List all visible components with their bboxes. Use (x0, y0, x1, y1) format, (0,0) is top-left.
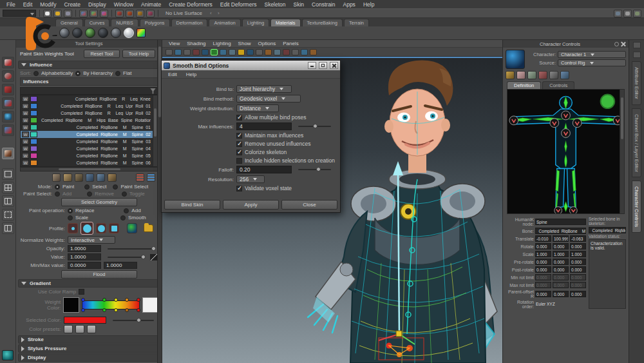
weight-lock-toggle[interactable]: W (22, 110, 29, 116)
vp-motion-blur-icon[interactable] (265, 49, 272, 55)
paint-mode-icon[interactable] (52, 173, 61, 182)
weight-color-ramp[interactable] (82, 300, 140, 309)
tab-controls[interactable]: Controls (542, 81, 574, 89)
influence-row[interactable]: W _Completed_RigBone__M__Spine_03 (21, 138, 157, 145)
shelf-tab-nurbs[interactable]: NURBS (111, 19, 138, 26)
menu-create[interactable]: Create (60, 1, 84, 8)
allow-multiple-bind-poses-checkbox[interactable] (236, 115, 242, 121)
weight-lock-toggle[interactable]: W (22, 103, 29, 109)
vp-menu-view[interactable]: View (166, 41, 183, 46)
menu-edit[interactable]: Edit (19, 1, 37, 8)
paint-select-toggle-radio[interactable] (122, 191, 127, 197)
weight-lock-toggle[interactable]: W (22, 117, 29, 123)
figure-scrollbar[interactable] (620, 90, 624, 213)
value-field[interactable]: 1.0000 (68, 253, 101, 260)
tab-character-controls[interactable]: Character Controls (632, 181, 641, 233)
maintain-max-influences-checkbox[interactable] (236, 133, 242, 139)
remove-unused-influences-checkbox[interactable] (236, 141, 242, 147)
menu-skin[interactable]: Skin (290, 1, 308, 8)
ramp-marker-green-b[interactable] (102, 308, 106, 312)
color-preset-3[interactable] (87, 325, 96, 333)
vp-grid-icon[interactable] (184, 49, 191, 55)
vp-lights-icon[interactable] (238, 49, 245, 55)
translate-y-field[interactable]: 100.999 (553, 235, 569, 242)
dialog-titlebar[interactable]: Smooth Bind Options (162, 61, 340, 70)
vp-camera-icon[interactable] (166, 49, 173, 55)
reset-tool-button[interactable]: Reset Tool (84, 50, 119, 58)
op-scale-radio[interactable] (68, 215, 73, 221)
max-influences-field[interactable]: 4 (236, 123, 292, 130)
ramp-marker-red[interactable] (137, 298, 140, 302)
vp-bookmark-icon[interactable] (175, 49, 182, 55)
workspace-icon[interactable] (614, 10, 622, 17)
vp-shadows-icon[interactable] (247, 49, 254, 55)
paint-select-tool-icon[interactable] (2, 84, 14, 95)
min-value-field[interactable]: 0.0000 (68, 262, 101, 269)
panel-config-icon[interactable] (633, 10, 641, 17)
status-collapse-right-icon[interactable]: › (216, 10, 222, 17)
use-color-ramp-checkbox[interactable] (79, 289, 84, 295)
parent-offset-z-field[interactable]: 0.000 (570, 291, 586, 297)
mode-paint-select-radio[interactable] (113, 184, 118, 190)
shelf-tab-texturebaking[interactable]: TextureBaking (302, 19, 343, 26)
ramp-marker-orange-b[interactable] (125, 308, 129, 312)
shelf-item-sphere-icon[interactable] (59, 28, 70, 38)
ramp-marker-orange[interactable] (125, 298, 129, 302)
close-button[interactable]: Close (281, 200, 337, 210)
bind-method-dropdown[interactable]: Geodesic voxel (236, 95, 301, 103)
brush-profile-solid-icon[interactable] (80, 222, 93, 235)
save-scene-icon[interactable] (64, 10, 72, 17)
status-collapse-left-icon[interactable]: ‹ (208, 10, 214, 17)
menu-help[interactable]: Help (359, 1, 378, 8)
stylus-pressure-section-header[interactable]: Stylus Pressure (18, 344, 160, 353)
shelf-item-material-icon[interactable] (72, 28, 82, 38)
parent-offset-x-field[interactable]: 0.000 (535, 291, 551, 297)
parent-offset-y-field[interactable]: 0.000 (553, 291, 569, 297)
shelf-item-ramp-icon[interactable] (137, 28, 146, 37)
vp-resolution-gate-icon[interactable] (202, 49, 209, 55)
paint-skin-weights-tool-icon[interactable] (2, 148, 14, 159)
max-influences-slider[interactable] (298, 126, 331, 127)
bind-skin-button[interactable]: Bind Skin (164, 200, 220, 210)
hik-start-icon[interactable] (506, 71, 515, 79)
shelf-tab-curves[interactable]: Curves (84, 19, 110, 26)
menu-create-deformers[interactable]: Create Deformers (165, 1, 216, 8)
flood-button[interactable]: Flood (61, 270, 137, 279)
influence-row[interactable]: W _Completed_RigBone__M__Spine_06 (21, 159, 157, 166)
mode-select-radio[interactable] (84, 184, 90, 190)
influence-row[interactable]: W _Completed_RigBone__M__Hips_Base_Spine… (21, 117, 157, 124)
colorize-skeleton-checkbox[interactable] (236, 150, 242, 155)
source-dropdown[interactable]: Control Rig (558, 59, 626, 66)
pre-rotate-z-field[interactable]: 0.000 (570, 259, 586, 265)
shelf-item-shader-icon[interactable] (98, 28, 108, 38)
scale-y-field[interactable]: 1.000 (553, 251, 569, 257)
ipr-render-icon[interactable] (136, 10, 144, 17)
dialog-menu-help[interactable]: Help (183, 72, 200, 77)
influence-list-scrollbar[interactable] (153, 95, 157, 166)
validate-voxel-state-checkbox[interactable] (236, 186, 242, 191)
pre-rotate-y-field[interactable]: 0.000 (553, 259, 569, 265)
bind-to-dropdown[interactable]: Joint hierarchy (236, 85, 292, 93)
layout-single-pane-icon[interactable] (2, 168, 14, 180)
display-section-header[interactable]: Display (18, 353, 160, 362)
shelf-tab-lighting[interactable]: Lighting (242, 19, 269, 26)
ramp-marker-yellow-b[interactable] (114, 308, 118, 312)
weight-lock-toggle[interactable]: W (22, 146, 29, 152)
color-preset-2[interactable] (75, 325, 84, 333)
vp-depth-peel-icon[interactable] (283, 49, 290, 55)
close-icon[interactable] (330, 62, 338, 69)
rotation-order-value[interactable]: Euler XYZ (535, 301, 586, 308)
dock-expand-icon[interactable] (633, 52, 641, 58)
rotate-tool-icon[interactable] (2, 111, 14, 123)
tab-attribute-editor[interactable]: Attribute Editor (632, 61, 641, 105)
post-rotate-z-field[interactable]: 0.000 (570, 266, 586, 273)
vp-menu-show[interactable]: Show (235, 41, 254, 46)
vp-screenspace-icon[interactable] (256, 49, 263, 55)
vp-menu-options[interactable]: Options (255, 41, 279, 46)
translate-x-field[interactable]: -0.010 (535, 235, 551, 242)
mode-paint-radio[interactable] (55, 184, 60, 190)
vp-wireframe-icon[interactable] (211, 49, 218, 55)
vp-film-gate-icon[interactable] (193, 49, 200, 55)
menu-skeleton[interactable]: Skeleton (260, 1, 289, 8)
menu-display[interactable]: Display (84, 1, 110, 8)
